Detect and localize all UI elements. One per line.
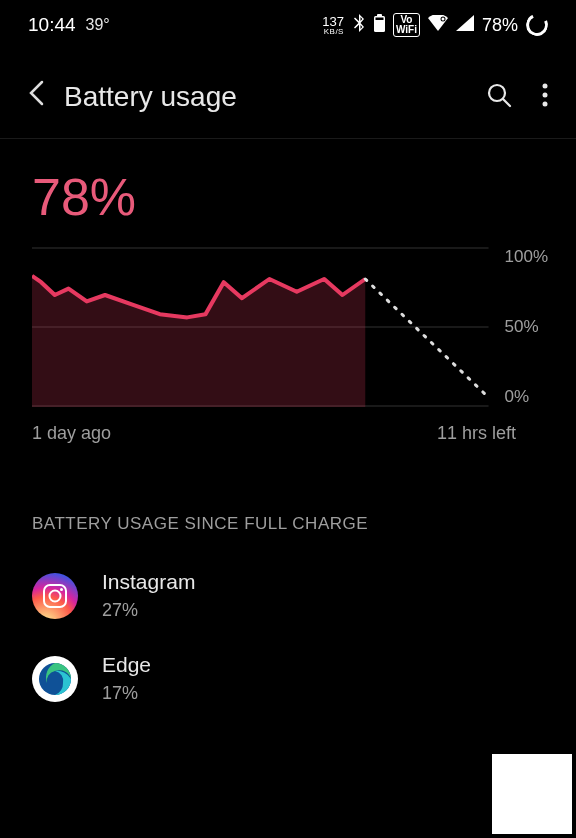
search-button[interactable] (486, 82, 512, 112)
battery-percent: 78% (0, 139, 576, 247)
instagram-icon (32, 573, 78, 619)
svg-point-15 (60, 588, 63, 591)
svg-point-4 (441, 18, 444, 21)
data-saver-icon (523, 11, 551, 39)
signal-icon (456, 15, 474, 35)
y-tick-100: 100% (505, 247, 548, 267)
app-name: Instagram (102, 570, 195, 594)
svg-point-14 (50, 590, 61, 601)
battery-chart[interactable]: 100% 50% 0% (0, 247, 576, 407)
section-title: BATTERY USAGE SINCE FULL CHARGE (0, 444, 576, 554)
y-tick-0: 0% (505, 387, 548, 407)
app-row-instagram[interactable]: Instagram 27% (0, 554, 576, 637)
x-label-end: 11 hrs left (437, 423, 516, 444)
status-temp: 39° (86, 16, 110, 34)
svg-line-6 (503, 99, 510, 106)
page-title: Battery usage (64, 81, 466, 113)
svg-rect-2 (375, 18, 383, 21)
y-tick-50: 50% (505, 317, 548, 337)
battery-icon (374, 14, 385, 36)
app-pct: 27% (102, 600, 195, 621)
edge-icon (32, 656, 78, 702)
bluetooth-icon (352, 14, 366, 36)
status-battery-pct: 78% (482, 15, 518, 36)
x-label-start: 1 day ago (32, 423, 111, 444)
status-time: 10:44 (28, 14, 76, 36)
svg-point-8 (543, 92, 548, 97)
app-pct: 17% (102, 683, 151, 704)
svg-rect-1 (377, 14, 382, 17)
app-row-edge[interactable]: Edge 17% (0, 637, 576, 720)
white-box-overlay (492, 754, 572, 834)
back-button[interactable] (28, 80, 44, 113)
vowifi-icon: VoWiFi (393, 13, 420, 37)
svg-point-7 (543, 83, 548, 88)
app-name: Edge (102, 653, 151, 677)
app-header: Battery usage (0, 50, 576, 138)
svg-point-9 (543, 101, 548, 106)
wifi-icon (428, 15, 448, 35)
overflow-menu-button[interactable] (542, 83, 548, 111)
network-speed: 137 KB/S (322, 15, 344, 36)
status-bar: 10:44 39° 137 KB/S VoWiFi 78% (0, 0, 576, 50)
svg-rect-13 (44, 585, 66, 607)
